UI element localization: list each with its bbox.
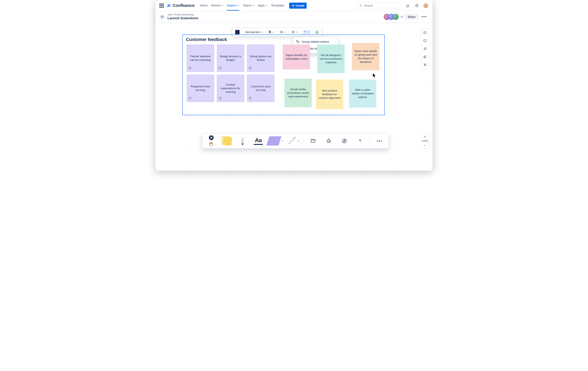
svg-point-8: [316, 31, 317, 32]
sticky-note[interactable]: Very positive feedback on mission alignm…: [316, 80, 343, 109]
sticky-text: Offer a wider variety of donation option…: [351, 88, 374, 99]
pointer-tool[interactable]: [205, 135, 217, 147]
nav-teams[interactable]: Teams: [243, 0, 254, 11]
search-box[interactable]: [357, 2, 402, 9]
zoom-out-button[interactable]: −: [424, 144, 426, 147]
sticky-note[interactable]: Social media promotions would raise awar…: [284, 79, 312, 107]
sticky-note[interactable]: Unclear expectations for ordering: [217, 75, 244, 102]
emoji-icon: [315, 31, 319, 34]
voting-button[interactable]: [422, 62, 428, 68]
sticky-note-tool[interactable]: [221, 135, 233, 147]
nav-recent[interactable]: Recent: [211, 0, 223, 11]
info-icon[interactable]: [249, 97, 252, 101]
svg-point-27: [425, 65, 426, 66]
sparkle-icon: [304, 31, 307, 34]
search-input[interactable]: [364, 4, 399, 7]
help-button[interactable]: [414, 2, 420, 9]
sticky-note[interactable]: Customers want live chat: [247, 75, 274, 102]
nav-home[interactable]: Home: [200, 0, 208, 11]
zoom-level[interactable]: 100%: [422, 140, 428, 142]
reactions-button[interactable]: [422, 54, 428, 60]
svg-point-6: [280, 33, 281, 33]
info-icon[interactable]: [189, 67, 191, 71]
sticky-note[interactable]: Sizing options are limited: [247, 45, 274, 72]
app-switcher-icon[interactable]: [159, 3, 164, 8]
collaborator-avatar[interactable]: [393, 14, 399, 20]
line-tool[interactable]: [287, 135, 300, 147]
list-button[interactable]: [279, 30, 287, 34]
info-icon[interactable]: [219, 97, 221, 101]
sticky-text: Unclear expectations for ordering: [219, 83, 242, 94]
sticky-note[interactable]: Response times are long: [187, 75, 214, 102]
sticky-note[interactable]: Not all designers use eco-conscious mate…: [317, 45, 345, 73]
profile-avatar[interactable]: [423, 3, 429, 9]
comments-button[interactable]: [422, 30, 428, 36]
collaborators: +2 Share •••: [385, 14, 429, 20]
sticky-note[interactable]: Offer a wider variety of donation option…: [349, 80, 376, 108]
confluence-icon: [167, 3, 171, 8]
sticky-note[interactable]: Share more details on giving work and th…: [352, 43, 379, 70]
stamp-tool[interactable]: [323, 135, 335, 147]
ai-tool[interactable]: [354, 135, 366, 147]
page-title: Launch brainstorm: [168, 16, 199, 20]
breadcrumb[interactable]: Idea Thread Marketing: [168, 13, 199, 16]
timer-button[interactable]: [422, 46, 428, 52]
zoom-in-button[interactable]: ＋: [423, 135, 427, 138]
share-button[interactable]: Share: [405, 14, 418, 20]
chevron-down-icon: [252, 4, 254, 6]
nav-templates[interactable]: Templates: [271, 0, 284, 11]
shape-tool[interactable]: [268, 135, 283, 147]
product-logo[interactable]: Confluence: [167, 3, 195, 8]
selection-frame[interactable]: Customer feedback Partner selection can …: [182, 34, 385, 115]
nav-apps[interactable]: Apps: [258, 0, 267, 11]
link-tool[interactable]: [338, 135, 350, 147]
nav-spaces[interactable]: Spaces: [227, 0, 239, 11]
info-icon[interactable]: [189, 97, 191, 101]
frame-tool[interactable]: [307, 135, 319, 147]
text-tool[interactable]: Aa: [252, 135, 264, 147]
shape-icon: [266, 136, 282, 145]
ai-button[interactable]: [302, 30, 311, 34]
pen-tool[interactable]: [237, 135, 249, 147]
collaborator-overflow[interactable]: +2: [400, 15, 403, 18]
more-icon: •••: [377, 139, 382, 143]
sticky-note[interactable]: Vague benefits for marketplace users: [283, 45, 310, 70]
svg-point-9: [317, 31, 318, 32]
emoji-button[interactable]: [314, 30, 320, 35]
chevron-down-icon: [296, 31, 298, 33]
toolbar-more[interactable]: •••: [374, 135, 386, 147]
svg-point-23: [250, 97, 251, 98]
sticky-text: Social media promotions would raise awar…: [286, 88, 310, 99]
section-title[interactable]: Customer feedback: [186, 37, 227, 42]
notifications-button[interactable]: [404, 2, 411, 9]
page-more-menu[interactable]: •••: [420, 14, 429, 19]
sidebar-expand-icon: [161, 15, 164, 18]
chevron-down-icon: [298, 140, 300, 142]
bold-button[interactable]: B: [268, 30, 275, 35]
sticky-text: Very positive feedback on mission alignm…: [318, 89, 341, 100]
chevron-down-icon: [281, 140, 283, 142]
info-icon[interactable]: [219, 67, 221, 71]
text-style-dropdown[interactable]: Normal text: [244, 30, 264, 34]
bold-icon: B: [269, 30, 271, 34]
thumbs-up-icon: [423, 55, 427, 58]
whiteboard-canvas[interactable]: Normal text B Group related content Gene…: [158, 22, 432, 171]
percent-icon: [423, 63, 427, 66]
sticky-note[interactable]: Design process is lengthy: [217, 45, 244, 72]
sidebar-toggle-button[interactable]: [159, 14, 165, 20]
play-pointer-icon: [209, 135, 214, 140]
presentation-button[interactable]: [422, 38, 428, 43]
sticky-note[interactable]: Partner selection can be confusing: [187, 45, 214, 72]
sticky-text: Vague benefits for marketplace users: [285, 53, 308, 61]
sparkle-icon: [358, 139, 362, 143]
color-swatch-button[interactable]: [234, 29, 241, 35]
chevron-down-icon: [284, 31, 286, 33]
info-icon[interactable]: [249, 67, 252, 71]
create-button[interactable]: Create: [289, 3, 307, 9]
svg-point-17: [250, 67, 251, 68]
frame-icon: [310, 138, 316, 144]
nav-links: Home Recent Spaces Teams Apps Templates: [200, 0, 284, 11]
color-swatch: [235, 30, 240, 34]
align-button[interactable]: [290, 30, 299, 34]
stamp-icon: [326, 138, 331, 144]
